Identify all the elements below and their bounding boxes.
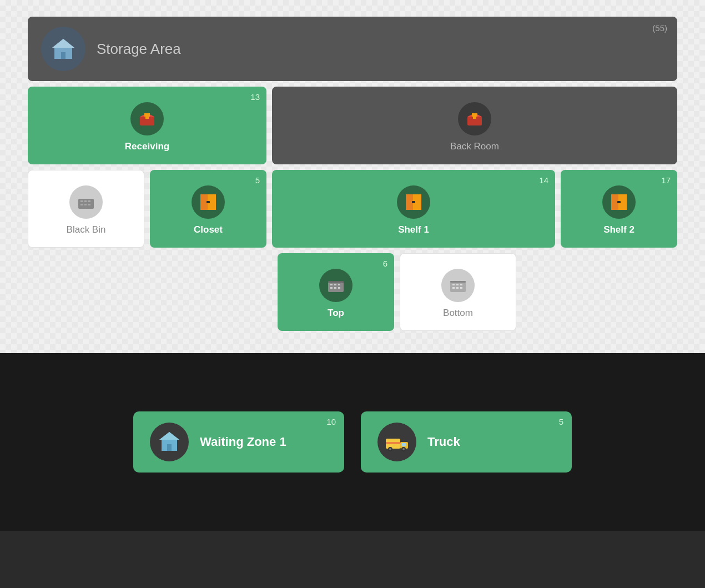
svg-rect-35 (334, 287, 336, 289)
shelf2-icon (602, 185, 636, 219)
svg-rect-5 (144, 113, 150, 117)
svg-rect-16 (84, 204, 87, 205)
backroom-label: Back Room (450, 141, 499, 152)
top-icon (319, 269, 352, 302)
svg-rect-10 (473, 117, 476, 119)
svg-marker-2 (52, 39, 74, 48)
svg-rect-44 (460, 287, 462, 289)
svg-rect-39 (452, 284, 455, 285)
svg-rect-45 (450, 281, 466, 283)
svg-rect-32 (334, 284, 336, 285)
storage-area-icon (41, 27, 85, 71)
bottom-section: 10 Waiting Zone 1 5 (0, 353, 705, 531)
waiting-zone-count: 10 (326, 417, 336, 426)
svg-marker-47 (159, 432, 179, 440)
truck-card[interactable]: 5 Truck (361, 411, 572, 473)
svg-rect-42 (452, 287, 455, 289)
svg-rect-41 (460, 284, 462, 285)
blackbin-icon (69, 185, 103, 219)
svg-rect-34 (330, 287, 333, 289)
shelf1-count: 14 (539, 175, 548, 185)
top-label: Top (328, 308, 344, 319)
svg-rect-25 (412, 201, 415, 203)
shelf1-icon (397, 185, 430, 219)
closet-icon (192, 185, 225, 219)
row-3: 6 Top (28, 253, 677, 331)
closet-count: 5 (255, 175, 260, 185)
svg-rect-33 (338, 284, 340, 285)
top-count: 6 (383, 259, 387, 268)
bottom-card[interactable]: Bottom (400, 253, 516, 331)
truck-label: Truck (427, 435, 460, 449)
storage-area-title: Storage Area (97, 41, 181, 58)
shelf1-label: Shelf 1 (398, 224, 429, 235)
waiting-zone-label: Waiting Zone 1 (200, 435, 286, 449)
shelf2-label: Shelf 2 (603, 224, 634, 235)
blackbin-label: Black Bin (67, 224, 106, 235)
closet-label: Closet (194, 224, 223, 235)
svg-rect-56 (386, 442, 400, 444)
storage-area-header[interactable]: Storage Area (55) (28, 17, 677, 81)
storage-area-count: (55) (652, 23, 667, 33)
shelf1-card[interactable]: 14 Shelf 1 (272, 170, 555, 248)
svg-rect-1 (61, 52, 66, 59)
svg-rect-17 (88, 204, 90, 205)
svg-rect-9 (472, 113, 477, 117)
svg-rect-37 (328, 281, 344, 283)
bottom-icon (441, 269, 475, 302)
svg-rect-15 (80, 204, 83, 205)
waiting-zone-card[interactable]: 10 Waiting Zone 1 (133, 411, 344, 473)
waiting-zone-icon (150, 423, 189, 461)
top-card[interactable]: 6 Top (278, 253, 394, 331)
svg-point-55 (402, 448, 405, 450)
truck-icon (377, 423, 416, 461)
shelf2-count: 17 (661, 175, 671, 185)
shelf2-card[interactable]: 17 Shelf 2 (561, 170, 677, 248)
backroom-icon (458, 102, 491, 135)
truck-count: 5 (559, 417, 563, 426)
svg-rect-14 (88, 200, 90, 202)
backroom-card[interactable]: Back Room (272, 87, 677, 164)
receiving-count: 13 (250, 92, 260, 102)
svg-rect-48 (167, 444, 172, 451)
svg-rect-6 (145, 117, 149, 119)
svg-rect-21 (207, 201, 210, 203)
svg-rect-40 (456, 284, 459, 285)
bottom-label: Bottom (443, 308, 473, 319)
receiving-icon (130, 102, 164, 135)
svg-point-53 (389, 448, 391, 450)
svg-rect-12 (80, 200, 83, 202)
svg-rect-36 (338, 287, 340, 289)
svg-rect-13 (84, 200, 87, 202)
svg-rect-31 (330, 284, 333, 285)
svg-rect-43 (456, 287, 459, 289)
row-1: 13 Receiving Back (28, 87, 677, 164)
receiving-card[interactable]: 13 Receiving (28, 87, 266, 164)
blackbin-card[interactable]: Black Bin (28, 170, 144, 248)
closet-card[interactable]: 5 Closet (150, 170, 266, 248)
svg-rect-29 (617, 201, 621, 203)
row-2: Black Bin 5 Closet 14 (28, 170, 677, 248)
receiving-label: Receiving (125, 141, 169, 152)
svg-rect-51 (401, 443, 406, 446)
